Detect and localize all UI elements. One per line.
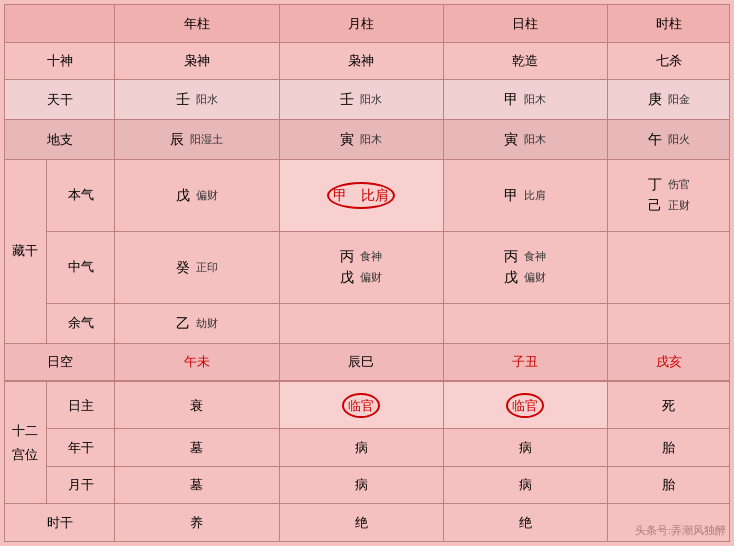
ben-qi-yue: 甲 比肩	[279, 159, 443, 231]
di-zhi-ri-char: 寅	[504, 129, 518, 150]
header-empty	[5, 5, 115, 43]
ben-qi-nian-sub: 偏财	[196, 187, 218, 204]
tian-gan-ri-sub: 阳木	[524, 91, 546, 108]
ri-zhu-ri: 临官	[443, 381, 607, 428]
zhong-qi-label: 中气	[46, 231, 114, 303]
zhong-qi-yue-sub2: 偏财	[360, 269, 382, 286]
ben-qi-yue-char: 甲 比肩	[327, 182, 395, 209]
shi-gan-nian: 养	[115, 504, 279, 542]
shi-gan-yue: 绝	[279, 504, 443, 542]
zhong-qi-nian-sub: 正印	[196, 259, 218, 276]
zhong-qi-shi	[608, 231, 730, 303]
ben-qi-nian: 戊 偏财	[115, 159, 279, 231]
circled-lingguan-yue: 临官	[342, 393, 380, 419]
shi-shen-label: 十神	[5, 42, 115, 80]
shi-shen-yue: 枭神	[279, 42, 443, 80]
yue-gan-ri: 病	[443, 466, 607, 504]
zhong-qi-ri-sub1: 食神	[524, 248, 546, 265]
zhong-qi-ri: 丙 食神 戊 偏财	[443, 231, 607, 303]
di-zhi-yue: 寅 阳木	[279, 119, 443, 159]
tian-gan-yue-char: 壬	[340, 89, 354, 110]
ri-kong-ri: 子丑	[443, 343, 607, 381]
yue-gan-nian: 墓	[115, 466, 279, 504]
nian-gan-shi: 胎	[608, 429, 730, 467]
ben-qi-ri: 甲 比肩	[443, 159, 607, 231]
yue-gan-row: 月干 墓 病 病 胎	[5, 466, 730, 504]
yu-qi-nian-sub: 劫财	[196, 315, 218, 332]
watermark: 头条号:弄潮风独醉	[635, 523, 726, 538]
header-yue: 月柱	[279, 5, 443, 43]
ri-kong-shi: 戌亥	[608, 343, 730, 381]
di-zhi-nian: 辰 阳湿土	[115, 119, 279, 159]
yu-qi-yue	[279, 303, 443, 343]
yue-gan-shi: 胎	[608, 466, 730, 504]
shi-shen-row: 十神 枭神 枭神 乾造 七杀	[5, 42, 730, 80]
header-shi: 时柱	[608, 5, 730, 43]
tian-gan-label: 天干	[5, 80, 115, 120]
tian-gan-yue: 壬 阳水	[279, 80, 443, 120]
nian-gan-yue: 病	[279, 429, 443, 467]
zang-gan-label: 藏干	[5, 159, 47, 343]
tian-gan-shi-sub: 阳金	[668, 91, 690, 108]
di-zhi-shi-sub: 阳火	[668, 131, 690, 148]
ri-kong-label: 日空	[5, 343, 115, 381]
ri-kong-yue: 辰巳	[279, 343, 443, 381]
ben-qi-shi-char1: 丁	[648, 174, 662, 195]
ri-zhu-shi: 死	[608, 381, 730, 428]
tian-gan-shi: 庚 阳金	[608, 80, 730, 120]
di-zhi-yue-char: 寅	[340, 129, 354, 150]
circled-yue: 甲 比肩	[327, 182, 395, 209]
ben-qi-row: 藏干 本气 戊 偏财 甲 比肩 甲	[5, 159, 730, 231]
di-zhi-nian-char: 辰	[170, 129, 184, 150]
di-zhi-label: 地支	[5, 119, 115, 159]
ben-qi-ri-char: 甲	[504, 185, 518, 206]
yue-gan-label: 月干	[46, 466, 114, 504]
tian-gan-row: 天干 壬 阳水 壬 阳水 甲 阳木	[5, 80, 730, 120]
yu-qi-nian-char: 乙	[176, 313, 190, 334]
di-zhi-ri-sub: 阳木	[524, 131, 546, 148]
ben-qi-shi-char2: 己	[648, 195, 662, 216]
circled-lingguan-ri: 临官	[506, 393, 544, 419]
header-ri: 日柱	[443, 5, 607, 43]
zhong-qi-yue: 丙 食神 戊 偏财	[279, 231, 443, 303]
shi-er-label: 十二 宫位	[5, 381, 47, 504]
ben-qi-shi: 丁 伤官 己 正财	[608, 159, 730, 231]
ri-zhu-yue: 临官	[279, 381, 443, 428]
yu-qi-shi	[608, 303, 730, 343]
zhong-qi-yue-sub1: 食神	[360, 248, 382, 265]
shi-gan-label: 时干	[5, 504, 115, 542]
shi-shen-ri: 乾造	[443, 42, 607, 80]
shi-gan-ri: 绝	[443, 504, 607, 542]
ben-qi-ri-sub: 比肩	[524, 187, 546, 204]
header-row: 年柱 月柱 日柱 时柱	[5, 5, 730, 43]
nian-gan-ri: 病	[443, 429, 607, 467]
tian-gan-nian-sub: 阳水	[196, 91, 218, 108]
nian-gan-nian: 墓	[115, 429, 279, 467]
zhong-qi-yue-char2: 戊	[340, 267, 354, 288]
ben-qi-shi-sub2: 正财	[668, 197, 690, 214]
tian-gan-shi-char: 庚	[648, 89, 662, 110]
ben-qi-nian-char: 戊	[176, 185, 190, 206]
di-zhi-nian-sub: 阳湿土	[190, 131, 223, 148]
zhong-qi-ri-sub2: 偏财	[524, 269, 546, 286]
tian-gan-ri-char: 甲	[504, 89, 518, 110]
ri-kong-nian: 午未	[115, 343, 279, 381]
yu-qi-nian: 乙 劫财	[115, 303, 279, 343]
nian-gan-row: 年干 墓 病 病 胎	[5, 429, 730, 467]
di-zhi-row: 地支 辰 阳湿土 寅 阳木 寅 阳木	[5, 119, 730, 159]
yu-qi-label: 余气	[46, 303, 114, 343]
shi-gan-row: 时干 养 绝 绝	[5, 504, 730, 542]
zhong-qi-ri-char1: 丙	[504, 246, 518, 267]
nian-gan-label: 年干	[46, 429, 114, 467]
di-zhi-yue-sub: 阳木	[360, 131, 382, 148]
zhong-qi-ri-char2: 戊	[504, 267, 518, 288]
ben-qi-label: 本气	[46, 159, 114, 231]
di-zhi-ri: 寅 阳木	[443, 119, 607, 159]
page-wrapper: 年柱 月柱 日柱 时柱 十神 枭神 枭神 乾造 七杀 天干 壬 阳水 壬	[0, 0, 734, 546]
ri-zhu-nian: 衰	[115, 381, 279, 428]
tian-gan-yue-sub: 阳水	[360, 91, 382, 108]
di-zhi-shi: 午 阳火	[608, 119, 730, 159]
shi-shen-shi: 七杀	[608, 42, 730, 80]
yu-qi-row: 余气 乙 劫财	[5, 303, 730, 343]
zhong-qi-yue-char1: 丙	[340, 246, 354, 267]
